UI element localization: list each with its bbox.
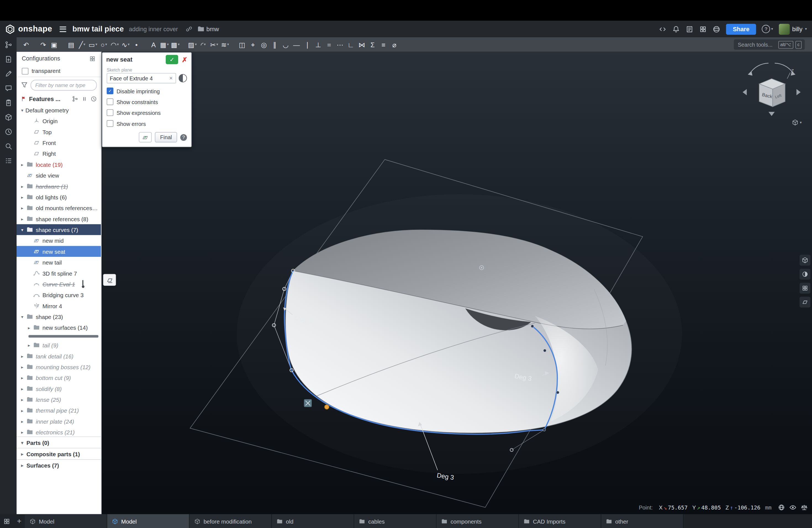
option-disable-imprinting[interactable]: ✓Disable imprinting — [106, 88, 187, 94]
chevron-right-icon[interactable]: ▸ — [19, 397, 25, 402]
link-icon[interactable] — [185, 25, 192, 33]
dropdown-caret-icon[interactable]: ▾ — [83, 43, 85, 47]
rollback-bar[interactable] — [17, 333, 101, 340]
tree-item-bridging-curve-3[interactable]: Bridging curve 3 — [17, 289, 101, 300]
rollback-handle[interactable] — [81, 280, 85, 288]
chevron-right-icon[interactable]: ▸ — [19, 162, 25, 167]
chevron-right-icon[interactable]: ▸ — [19, 429, 25, 435]
view-menu-button[interactable]: ▾ — [792, 119, 802, 126]
text-tool-button[interactable]: A — [148, 39, 159, 51]
help-menu[interactable]: ? ▾ — [762, 25, 773, 33]
search-icon[interactable] — [4, 143, 12, 150]
diameter-dimension-tool-button[interactable]: ⌀ — [389, 39, 400, 51]
option-show-constraints[interactable]: Show constraints — [106, 98, 187, 105]
tree-item-hardware-1[interactable]: ▸hardware (1) — [17, 180, 101, 191]
tree-item-inner-plate-24[interactable]: ▸inner plate (24) — [17, 416, 101, 427]
dropdown-caret-icon[interactable]: ▾ — [117, 43, 119, 47]
copy-sketch-button[interactable]: ▣ — [48, 39, 59, 51]
insert-document-icon[interactable] — [4, 56, 12, 63]
show-constraints-checkbox[interactable] — [106, 98, 113, 105]
history-icon[interactable] — [4, 128, 12, 136]
dropdown-caret-icon[interactable]: ▾ — [96, 43, 98, 47]
notifications-icon[interactable] — [672, 25, 680, 33]
paste-sketch-button[interactable]: ▤ — [66, 39, 76, 51]
reports-icon[interactable] — [686, 25, 694, 33]
tree-item-mirror-4[interactable]: Mirror 4 — [17, 300, 101, 311]
tree-item-old-lights-6[interactable]: ▸old lights (6) — [17, 192, 101, 202]
tree-item-bottom-cut-9[interactable]: ▸bottom cut (9) — [17, 372, 101, 383]
app-store-icon[interactable] — [699, 25, 707, 33]
tree-item-origin[interactable]: Origin — [17, 115, 101, 126]
share-button[interactable]: Share — [726, 24, 756, 34]
dropdown-caret-icon[interactable]: ▾ — [216, 43, 218, 47]
section-parts-0[interactable]: ▾Parts (0) — [17, 437, 101, 448]
redo-button[interactable]: ↷ — [38, 39, 48, 51]
chevron-down-icon[interactable]: ▾ — [19, 107, 25, 113]
chevron-down-icon[interactable]: ▾ — [19, 227, 25, 232]
point-tool-button[interactable]: • — [131, 39, 142, 51]
tree-item-solidify-8[interactable]: ▸solidify (8) — [17, 383, 101, 394]
configurations-panel-icon[interactable] — [89, 55, 96, 62]
chevron-right-icon[interactable]: ▸ — [26, 325, 32, 330]
rotate-left-chevron[interactable] — [743, 89, 747, 96]
tab-components-5[interactable]: components — [437, 514, 519, 528]
transparent-option[interactable]: transparent — [17, 65, 101, 77]
named-views-icon[interactable] — [800, 283, 810, 294]
chevron-right-icon[interactable]: ▸ — [19, 364, 25, 369]
version-graph-icon[interactable] — [4, 41, 12, 48]
mate-connector-icon[interactable] — [800, 297, 810, 307]
tree-item-default-geometry[interactable]: ▾Default geometry — [17, 105, 101, 115]
tree-item-top[interactable]: Top — [17, 127, 101, 137]
appearance-icon[interactable] — [800, 255, 810, 266]
equal-constraint-button[interactable]: = — [324, 39, 334, 51]
option-show-errors[interactable]: Show errors — [106, 120, 187, 127]
dropdown-caret-icon[interactable]: ▾ — [227, 43, 229, 47]
section-surfaces-7[interactable]: ▸Surfaces (7) — [17, 459, 101, 471]
trim-tool-button[interactable]: ✂▾ — [209, 39, 220, 51]
feature-filter-input[interactable] — [31, 79, 97, 90]
dropdown-caret-icon[interactable]: ▾ — [178, 43, 180, 47]
tab-manager-icon[interactable] — [0, 514, 14, 528]
hatch-tool-button[interactable]: ≡ — [378, 39, 389, 51]
dropdown-caret-icon[interactable]: ▾ — [195, 43, 197, 47]
show-errors-checkbox[interactable] — [106, 120, 113, 127]
tab-cad-imports-6[interactable]: CAD Imports — [519, 514, 601, 528]
mirror-tool-button[interactable]: ◫ — [237, 39, 247, 51]
chevron-right-icon[interactable]: ▸ — [19, 386, 25, 391]
chevron-right-icon[interactable]: ▸ — [19, 353, 25, 359]
sketch-plane-field[interactable]: Face of Extrude 4 ✕ — [106, 73, 176, 84]
tangent-constraint-button[interactable]: ◡ — [280, 39, 291, 51]
symmetry-constraint-button[interactable]: ⋈ — [356, 39, 367, 51]
view-cube[interactable]: Back Left Z — [740, 56, 804, 129]
tree-item-new-mid[interactable]: new mid — [17, 235, 101, 246]
units-icon[interactable] — [778, 504, 785, 511]
tree-item-new-seat[interactable]: new seat — [17, 246, 101, 257]
clear-selection-icon[interactable]: ✕ — [169, 76, 173, 81]
tree-item-shape-references-8[interactable]: ▸shape references (8) — [17, 214, 101, 224]
sum-tool-button[interactable]: Σ — [367, 39, 378, 51]
sketch-point-selected[interactable] — [324, 405, 329, 409]
feature-graph-icon[interactable] — [72, 96, 78, 102]
disable-imprinting-checkbox[interactable]: ✓ — [106, 88, 113, 94]
tree-item-front[interactable]: Front — [17, 137, 101, 148]
tree-item-lense-25[interactable]: ▸lense (25) — [17, 394, 101, 405]
image-tool-button[interactable]: ▨▾ — [187, 39, 198, 51]
tab-before-modification-2[interactable]: before modification — [189, 514, 272, 528]
rollback-bar-handle[interactable] — [28, 335, 98, 337]
chevron-right-icon[interactable]: ▸ — [19, 408, 25, 413]
workspace-folder-name[interactable]: bmw — [206, 26, 219, 32]
tree-item-side-view[interactable]: side view — [17, 170, 101, 180]
tree-item-3d-fit-spline-7[interactable]: 3D fit spline 7 — [17, 268, 101, 278]
tree-item-locate-19[interactable]: ▸locate (19) — [17, 159, 101, 170]
onshape-logo[interactable]: onshape — [5, 24, 52, 34]
chevron-right-icon[interactable]: ▸ — [26, 342, 32, 348]
search-tools-input[interactable] — [737, 41, 776, 48]
tree-item-thermal-pipe-21[interactable]: ▸thermal pipe (21) — [17, 405, 101, 415]
section-view-icon[interactable] — [800, 269, 810, 279]
fillet-tool-button[interactable]: ◜▾ — [198, 39, 208, 51]
hamburger-menu-icon[interactable] — [59, 26, 66, 32]
circle-tool-button[interactable]: ○▾ — [98, 39, 109, 51]
tree-item-new-surfaces-14[interactable]: ▸new surfaces (14) — [17, 322, 101, 333]
chevron-right-icon[interactable]: ▸ — [19, 451, 25, 456]
constraint-badge[interactable] — [304, 399, 312, 407]
